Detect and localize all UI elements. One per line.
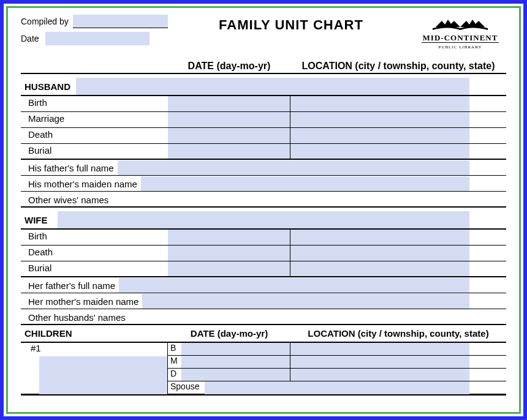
child-1-spouse-label: Spouse [168,381,205,394]
husband-name-field[interactable] [76,78,469,95]
husband-label: HUSBAND [21,81,76,92]
children-label: CHILDREN [21,328,168,339]
husband-other-wives-field[interactable] [112,192,469,206]
wife-label: WIFE [21,215,58,225]
husband-marriage-location[interactable] [290,112,469,127]
wife-death-label: Death [21,246,168,261]
children-location-header: LOCATION (city / township, county, state… [290,328,506,339]
husband-marriage-row: Marriage [21,112,506,128]
husband-birth-label: Birth [21,96,168,111]
child-1-m-location[interactable] [290,356,469,368]
wife-mother-label: Her mother's maiden name [21,295,142,307]
wife-burial-label: Burial [21,261,168,276]
wife-section-head: WIFE [21,211,506,230]
children-date-header: DATE (day-mo-yr) [168,328,290,339]
wife-birth-label: Birth [21,230,168,245]
child-1-d-date[interactable] [181,369,290,381]
header-bar: Compiled by Date FAMILY UNIT CHART MID-C… [21,15,506,50]
husband-burial-location[interactable] [290,144,469,159]
husband-death-row: Death [21,128,506,144]
child-1-b-location[interactable] [290,343,469,355]
wife-name-field[interactable] [58,211,469,228]
child-1-spouse-field[interactable] [205,381,469,394]
husband-marriage-date[interactable] [168,112,290,127]
child-1-b-date[interactable] [181,343,290,355]
children-header: CHILDREN DATE (day-mo-yr) LOCATION (city… [21,328,506,343]
wife-mother-row: Her mother's maiden name [21,293,506,309]
husband-other-wives-label: Other wives' names [21,193,112,205]
husband-burial-row: Burial [21,144,506,160]
husband-burial-label: Burial [21,144,168,159]
child-1-b-label: B [168,343,181,355]
child-1-block: #1 B M D Spouse [21,343,506,394]
outer-frame: Compiled by Date FAMILY UNIT CHART MID-C… [0,0,527,420]
logo-sub-text: PUBLIC LIBRARY [439,45,482,50]
wife-mother-field[interactable] [142,294,469,309]
child-1-name-field[interactable] [39,356,167,394]
husband-section-head: HUSBAND [21,78,506,96]
wife-death-row: Death [21,246,506,261]
husband-burial-date[interactable] [168,144,290,159]
wife-other-husbands-field[interactable] [129,309,469,324]
document-page: Compiled by Date FAMILY UNIT CHART MID-C… [10,10,517,410]
wife-father-label: Her father's full name [21,279,119,291]
wife-other-husbands-row: Other husbands' names [21,309,506,325]
date-column-header: DATE (day-mo-yr) [168,61,290,72]
child-1-death-row: D [168,369,506,381]
child-1-d-label: D [168,369,181,381]
child-1-marriage-row: M [168,356,506,369]
husband-birth-date[interactable] [168,96,290,111]
wife-birth-row: Birth [21,230,506,246]
child-1-m-date[interactable] [181,356,290,368]
husband-father-row: His father's full name [21,160,506,176]
wife-birth-location[interactable] [290,230,469,245]
wife-death-date[interactable] [168,246,290,261]
child-1-birth-row: B [168,343,506,356]
child-1-spouse-row: Spouse [168,381,506,394]
husband-death-label: Death [21,128,168,143]
wife-father-field[interactable] [119,278,469,293]
wife-burial-row: Burial [21,261,506,277]
header-date-field[interactable] [45,32,150,45]
compiled-by-field[interactable] [73,15,168,28]
wife-other-husbands-label: Other husbands' names [21,311,129,323]
husband-birth-location[interactable] [290,96,469,111]
column-headers: DATE (day-mo-yr) LOCATION (city / townsh… [21,61,506,74]
date-label: Date [21,34,45,43]
husband-other-wives-row: Other wives' names [21,192,506,208]
wife-burial-date[interactable] [168,261,290,276]
wife-father-row: Her father's full name [21,277,506,293]
child-1-m-label: M [168,356,181,368]
library-logo: MID-CONTINENT PUBLIC LIBRARY [414,15,506,50]
husband-father-label: His father's full name [21,162,118,173]
child-1-d-location[interactable] [290,369,469,381]
husband-mother-label: His mother's maiden name [21,178,141,189]
page-title: FAMILY UNIT CHART [168,15,414,33]
logo-main-text: MID-CONTINENT [422,33,499,43]
compiled-block: Compiled by Date [21,15,168,45]
wife-burial-location[interactable] [290,261,469,276]
husband-death-date[interactable] [168,128,290,143]
location-column-header: LOCATION (city / township, county, state… [290,61,506,72]
husband-mother-row: His mother's maiden name [21,176,506,192]
wife-death-location[interactable] [290,246,469,261]
compiled-by-label: Compiled by [21,17,73,26]
book-icon [430,15,491,33]
husband-death-location[interactable] [290,128,469,143]
child-1-number: #1 [21,343,167,356]
husband-birth-row: Birth [21,96,506,112]
husband-marriage-label: Marriage [21,112,168,127]
husband-father-field[interactable] [118,160,469,175]
inner-frame: Compiled by Date FAMILY UNIT CHART MID-C… [6,6,521,414]
wife-birth-date[interactable] [168,230,290,245]
husband-mother-field[interactable] [141,176,469,191]
